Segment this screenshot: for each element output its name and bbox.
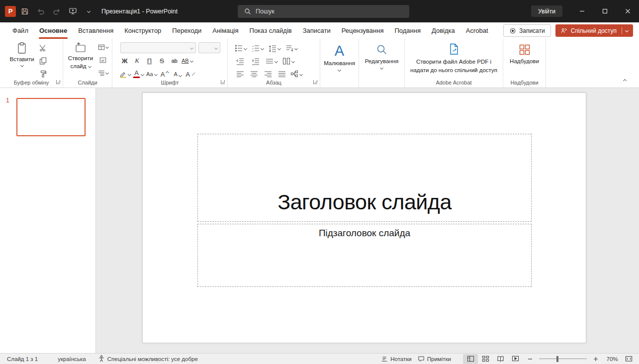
- slide-layout-button[interactable]: [97, 42, 109, 52]
- tab-help[interactable]: Довідка: [426, 22, 460, 39]
- new-slide-button[interactable]: Створити слайд: [65, 42, 96, 70]
- accessibility-button[interactable]: Спеціальні можливості: усе добре: [95, 354, 201, 364]
- drawing-button[interactable]: А Малювання: [320, 43, 359, 71]
- zoom-out-button[interactable]: [523, 354, 538, 364]
- slide-sorter-view-button[interactable]: [478, 354, 493, 364]
- tab-transitions[interactable]: Переходи: [167, 22, 207, 39]
- tab-slideshow[interactable]: Показ слайдів: [244, 22, 297, 39]
- customize-quick-access-button[interactable]: [82, 4, 95, 18]
- redo-button[interactable]: [50, 4, 64, 18]
- character-spacing-button[interactable]: АВ: [182, 55, 193, 66]
- cut-icon: [39, 44, 47, 52]
- clear-formatting-button[interactable]: А: [185, 69, 196, 80]
- font-size-select[interactable]: [198, 42, 220, 53]
- addins-button[interactable]: Надбудови: [503, 43, 546, 65]
- minimize-button[interactable]: [570, 0, 593, 22]
- save-button[interactable]: [18, 4, 32, 18]
- decrease-indent-button[interactable]: [235, 56, 245, 67]
- cut-button[interactable]: [37, 43, 49, 53]
- title-placeholder[interactable]: Заголовок слайда: [197, 134, 532, 222]
- strikethrough-button[interactable]: S: [157, 55, 167, 66]
- clipboard-dialog-launcher-icon[interactable]: [56, 80, 60, 84]
- record-icon: [509, 27, 516, 34]
- increase-indent-button[interactable]: [250, 56, 261, 67]
- text-shadow-button[interactable]: ab: [169, 55, 180, 66]
- text-direction-icon: [285, 44, 293, 52]
- start-slideshow-button[interactable]: [66, 4, 80, 18]
- smartart-convert-button[interactable]: [290, 69, 302, 80]
- paragraph-dialog-launcher-icon[interactable]: [313, 80, 317, 84]
- font-name-select[interactable]: [120, 42, 196, 53]
- tab-view[interactable]: Подання: [389, 22, 427, 39]
- reset-slide-button[interactable]: [97, 55, 109, 65]
- paragraph-group: Абзац: [228, 39, 320, 88]
- slide[interactable]: Заголовок слайда Підзаголовок слайда: [142, 92, 586, 343]
- tab-home[interactable]: Основне: [34, 22, 73, 39]
- italic-button[interactable]: К: [132, 55, 142, 66]
- align-right-button[interactable]: [263, 69, 273, 80]
- font-dialog-launcher-icon[interactable]: [221, 80, 225, 84]
- highlight-color-button[interactable]: [119, 69, 131, 80]
- editing-chevron-icon: [380, 66, 383, 70]
- section-button[interactable]: [97, 68, 109, 78]
- subtitle-placeholder[interactable]: Підзаголовок слайда: [197, 224, 532, 287]
- powerpoint-app-icon[interactable]: P: [5, 6, 16, 17]
- zoom-slider-thumb[interactable]: [556, 356, 558, 362]
- share-chevron-icon[interactable]: [625, 29, 629, 32]
- undo-button[interactable]: [34, 4, 48, 18]
- language-button[interactable]: українська: [55, 354, 89, 364]
- collapse-ribbon-button[interactable]: [618, 77, 631, 85]
- editing-button[interactable]: Редагування: [359, 43, 404, 69]
- sign-in-button[interactable]: Увійти: [531, 5, 562, 17]
- share-button[interactable]: Спільний доступ: [555, 24, 633, 37]
- bold-button[interactable]: Ж: [119, 55, 130, 66]
- normal-view-button[interactable]: [463, 354, 478, 364]
- increase-font-size-button[interactable]: А: [160, 69, 170, 80]
- underline-button[interactable]: П: [144, 55, 155, 66]
- decrease-indent-icon: [236, 57, 244, 65]
- create-pdf-button[interactable]: Створити файл Adobe PDF і надати до ньог…: [408, 43, 500, 74]
- font-color-button[interactable]: А: [133, 69, 144, 80]
- tab-animations[interactable]: Анімація: [207, 22, 244, 39]
- font-size-chevron-icon: [214, 46, 218, 50]
- columns-button[interactable]: [282, 56, 294, 67]
- zoom-in-button[interactable]: [588, 354, 603, 364]
- font-group-label: Шрифт: [112, 80, 227, 86]
- tab-acrobat[interactable]: Acrobat: [460, 22, 494, 39]
- line-spacing-button[interactable]: [269, 43, 280, 54]
- tab-design[interactable]: Конструктор: [119, 22, 167, 39]
- align-text-button[interactable]: [266, 56, 277, 67]
- maximize-button[interactable]: [593, 0, 616, 22]
- copy-button[interactable]: [37, 56, 49, 66]
- text-direction-button[interactable]: [285, 43, 297, 54]
- comments-button[interactable]: Примітки: [415, 354, 454, 364]
- numbering-button[interactable]: [252, 43, 264, 54]
- notes-button[interactable]: Нотатки: [378, 354, 414, 364]
- align-center-button[interactable]: [249, 69, 259, 80]
- tab-review[interactable]: Рецензування: [336, 22, 389, 39]
- smartart-icon: [290, 70, 298, 78]
- normal-view-icon: [467, 355, 474, 363]
- justify-button[interactable]: [276, 69, 287, 80]
- reading-view-button[interactable]: [493, 354, 508, 364]
- tab-record[interactable]: Записати: [297, 22, 336, 39]
- tab-file[interactable]: Файл: [7, 22, 34, 39]
- search-input[interactable]: Пошук: [238, 5, 409, 18]
- bullets-button[interactable]: [235, 43, 247, 54]
- format-painter-button[interactable]: [37, 69, 49, 79]
- slideshow-view-button[interactable]: [508, 354, 523, 364]
- slide-thumbnail-1[interactable]: [16, 98, 86, 136]
- fit-slide-to-window-button[interactable]: [621, 354, 636, 364]
- statusbar-right: Нотатки Примітки: [378, 354, 639, 364]
- tab-insert[interactable]: Вставлення: [73, 22, 119, 39]
- zoom-slider[interactable]: [539, 354, 587, 364]
- align-left-button[interactable]: [235, 69, 245, 80]
- zoom-level-button[interactable]: 70%: [603, 356, 621, 362]
- record-button[interactable]: Записати: [503, 24, 551, 37]
- decrease-font-size-button[interactable]: А: [173, 69, 183, 80]
- change-case-button[interactable]: Аа: [146, 69, 157, 80]
- paste-button[interactable]: Вставити: [9, 42, 35, 67]
- close-button[interactable]: [616, 0, 639, 22]
- drawing-chevron-icon: [338, 68, 341, 72]
- align-center-icon: [250, 70, 258, 78]
